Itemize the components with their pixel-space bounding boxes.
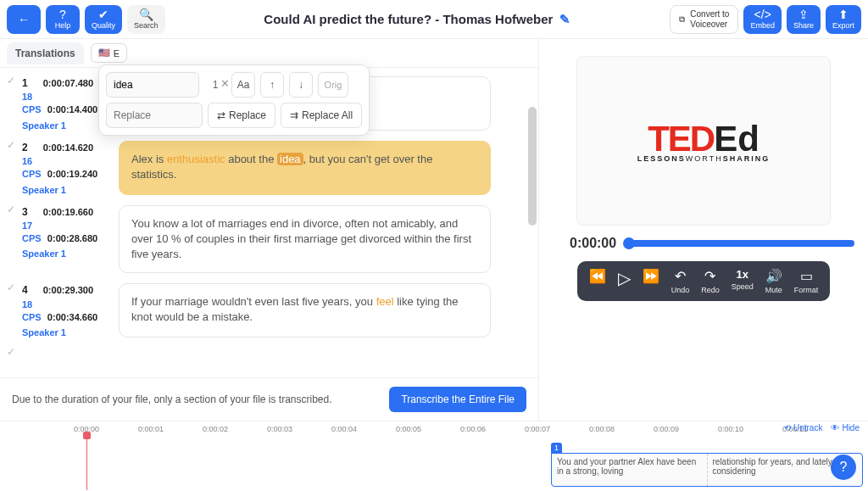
format-icon: ▭: [800, 268, 813, 284]
topbar: ← ?Help ✔Quality 🔍Search Could AI predic…: [0, 0, 868, 39]
replace-all-button[interactable]: ⇉Replace All: [281, 103, 362, 128]
cps-badge: 18 CPS: [22, 299, 42, 322]
speaker-select[interactable]: Speaker 1: [22, 185, 110, 195]
subtitle-row: ✓ 3 0:00:19.660 17 CPS 0:00:28.680 Speak…: [7, 200, 531, 279]
mute-button[interactable]: 🔊Mute: [765, 268, 782, 294]
page-title: Could AI predict the future? - Thomas Ho…: [170, 12, 665, 27]
replace-all-icon: ⇉: [290, 109, 298, 121]
speaker-select[interactable]: Speaker 1: [22, 120, 110, 131]
orig-toggle[interactable]: Orig: [318, 72, 348, 98]
edit-title-button[interactable]: ✎: [559, 12, 570, 26]
arrow-left-icon: ←: [18, 14, 30, 25]
tabs-row: Translations 🇺🇸E: [0, 39, 538, 68]
rewind-button[interactable]: ⏪: [589, 268, 606, 294]
language-chip[interactable]: 🇺🇸E: [91, 43, 127, 63]
timeline-tick: 0:00:07: [525, 425, 550, 433]
tab-translations[interactable]: Translations: [7, 42, 84, 64]
transcribe-entire-file-button[interactable]: Transcribe the Entire File: [389, 387, 526, 412]
subtitle-text[interactable]: You know a lot of marriages end in divor…: [119, 205, 491, 274]
timeline-tick: 0:00:10: [718, 425, 743, 433]
format-button[interactable]: ▭Format: [794, 268, 819, 294]
check-icon: ✓: [7, 346, 15, 358]
ted-ed-logo: TEDEd LESSONSWORTHSHARING: [637, 119, 770, 163]
subtitle-row: ✓ 2 0:00:14.620 16 CPS 0:00:19.240 Speak…: [7, 136, 531, 200]
back-button[interactable]: ←: [7, 5, 41, 34]
cps-badge: 16 CPS: [22, 156, 42, 179]
timeline-tick: 0:00:02: [203, 425, 228, 433]
case-toggle[interactable]: Aa: [231, 72, 255, 98]
undo-button[interactable]: ↶Undo: [671, 268, 690, 294]
next-match-button[interactable]: ↓: [289, 72, 313, 98]
code-icon: </>: [754, 8, 771, 20]
subtitle-row: ✓ 4 0:00:29.300 18 CPS 0:00:34.660 Speak…: [7, 278, 531, 343]
clear-find-button[interactable]: ✕: [220, 77, 230, 90]
subtitle-row: ✓: [7, 343, 531, 353]
check-icon: ✓: [7, 282, 15, 293]
editor-pane: Translations 🇺🇸E ✕ 1 Aa ↑ ↓ Orig ⇄Replac…: [0, 39, 539, 421]
speaker-select[interactable]: Speaker 1: [22, 327, 110, 338]
speaker-select[interactable]: Speaker 1: [22, 248, 110, 259]
redo-icon: ↷: [704, 268, 715, 284]
share-button[interactable]: ⇪Share: [787, 5, 821, 34]
video-controls: ⏪ ▷ ⏩ ↶Undo ↷Redo 1xSpeed 🔊Mute ▭Format: [577, 261, 831, 301]
help-fab[interactable]: ?: [831, 455, 856, 480]
subtitle-text-active[interactable]: Alex is enthusiastic about the idea, but…: [119, 141, 491, 195]
embed-button[interactable]: </>Embed: [743, 5, 782, 34]
play-button[interactable]: ▷: [618, 268, 631, 294]
replace-input[interactable]: [106, 103, 203, 128]
scrollbar[interactable]: [528, 107, 537, 226]
help-icon: ?: [840, 460, 848, 475]
quality-icon: ✔: [98, 8, 108, 20]
check-icon: ✓: [7, 139, 15, 151]
check-icon: ✓: [7, 204, 15, 215]
timeline-tick: 0:00:05: [396, 425, 421, 433]
video-time: 0:00:00: [570, 236, 616, 251]
prev-match-button[interactable]: ↑: [260, 72, 284, 98]
help-button[interactable]: ?Help: [46, 5, 80, 34]
search-button[interactable]: 🔍Search: [127, 5, 165, 34]
notice-text: Due to the duration of your file, only a…: [12, 393, 332, 405]
forward-icon: ⏩: [643, 268, 659, 284]
cps-badge: 18 CPS: [22, 92, 42, 114]
timeline-tick: 0:00:01: [138, 425, 164, 433]
volume-icon: 🔊: [765, 268, 782, 284]
find-input[interactable]: [106, 72, 199, 98]
quality-button[interactable]: ✔Quality: [85, 5, 122, 34]
rewind-icon: ⏪: [589, 268, 606, 284]
video-preview[interactable]: TEDEd LESSONSWORTHSHARING: [576, 56, 831, 226]
search-icon: 🔍: [139, 8, 153, 20]
timeline-ruler: 0:00:000:00:010:00:020:00:030:00:040:00:…: [12, 425, 856, 437]
subtitle-text[interactable]: If your marriage wouldn't even last five…: [119, 283, 491, 338]
timeline-tick: 0:00:03: [267, 425, 292, 433]
video-pane: TEDEd LESSONSWORTHSHARING 0:00:00 ⏪ ▷ ⏩ …: [539, 39, 868, 421]
timeline-block[interactable]: 1 You and your partner Alex have been in…: [551, 440, 863, 483]
replace-button[interactable]: ⇄Replace: [208, 103, 275, 128]
replace-icon: ⇄: [217, 109, 225, 121]
convert-voiceover-button[interactable]: ⧉Convert to Voiceover: [670, 5, 738, 34]
untrack-button[interactable]: ⟲ Untrack: [784, 423, 822, 432]
help-icon: ?: [59, 8, 66, 20]
play-icon: ▷: [618, 268, 631, 288]
timeline[interactable]: 0:00:000:00:010:00:020:00:030:00:040:00:…: [0, 421, 868, 490]
undo-icon: ↶: [675, 268, 686, 284]
search-match: idea: [277, 153, 303, 165]
check-icon: ✓: [7, 75, 15, 86]
hide-timeline-button[interactable]: 👁 Hide: [831, 423, 860, 432]
redo-button[interactable]: ↷Redo: [701, 268, 720, 294]
speed-button[interactable]: 1xSpeed: [732, 268, 754, 294]
flag-icon: 🇺🇸: [98, 47, 110, 59]
timeline-cursor[interactable]: [86, 433, 87, 490]
camera-icon: ⧉: [679, 14, 685, 25]
timeline-tick: 0:00:08: [589, 425, 615, 433]
timeline-tick: 0:00:04: [331, 425, 357, 433]
timeline-tick: 0:00:09: [654, 425, 679, 433]
find-replace-panel: ✕ 1 Aa ↑ ↓ Orig ⇄Replace ⇉Replace All: [98, 64, 370, 136]
export-icon: ⬆: [838, 8, 849, 20]
forward-button[interactable]: ⏩: [643, 268, 659, 294]
timeline-tick: 0:00:06: [460, 425, 486, 433]
video-progress[interactable]: [625, 240, 854, 247]
export-button[interactable]: ⬆Export: [826, 5, 861, 34]
share-icon: ⇪: [798, 8, 809, 20]
transcribe-notice: Due to the duration of your file, only a…: [0, 377, 538, 421]
cps-badge: 17 CPS: [22, 220, 42, 243]
